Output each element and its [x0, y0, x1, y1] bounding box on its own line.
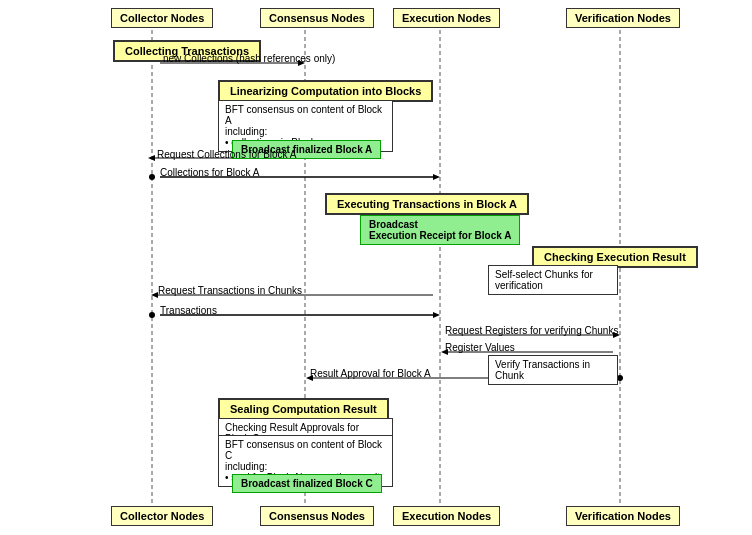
result-approval-label: Result Approval for Block A — [310, 368, 431, 379]
linearizing-phase: Linearizing Computation into Blocks — [218, 80, 433, 102]
bft-consensus-text1: BFT consensus on content of Block A — [225, 104, 386, 126]
execution-nodes-top: Execution Nodes — [393, 8, 500, 28]
verification-nodes-bottom: Verification Nodes — [566, 506, 680, 526]
svg-marker-9 — [433, 174, 440, 180]
svg-marker-14 — [433, 312, 440, 318]
request-collections-label: Request Collections for Block A — [157, 149, 297, 160]
svg-point-10 — [149, 174, 155, 180]
request-transactions-label: Request Transactions in Chunks — [158, 285, 302, 296]
sealing-phase: Sealing Computation Result — [218, 398, 389, 420]
executing-phase: Executing Transactions in Block A — [325, 193, 529, 215]
svg-marker-12 — [151, 292, 158, 298]
broadcast-line1: Broadcast — [369, 219, 511, 230]
request-registers-label: Request Registers for verifying Chunks — [445, 325, 618, 336]
execution-nodes-bottom: Execution Nodes — [393, 506, 500, 526]
diagram-container: Collector Nodes Consensus Nodes Executio… — [0, 0, 752, 535]
verification-nodes-top: Verification Nodes — [566, 8, 680, 28]
consensus-nodes-bottom: Consensus Nodes — [260, 506, 374, 526]
svg-point-15 — [149, 312, 155, 318]
svg-marker-7 — [148, 155, 155, 161]
transactions-label: Transactions — [160, 305, 217, 316]
register-values-label: Register Values — [445, 342, 515, 353]
new-collections-label: new Collections (hash references only) — [163, 53, 335, 64]
broadcast-finalized-c: Broadcast finalized Block C — [232, 474, 382, 493]
self-select-chunks: Self-select Chunks for verification — [488, 265, 618, 295]
bft-consensus-text2: including: — [225, 126, 386, 137]
collector-nodes-bottom: Collector Nodes — [111, 506, 213, 526]
collections-block-a-label: Collections for Block A — [160, 167, 260, 178]
broadcast-line2: Execution Receipt for Block A — [369, 230, 511, 241]
broadcast-execution-receipt: Broadcast Execution Receipt for Block A — [360, 215, 520, 245]
verify-transactions-box: Verify Transactions in Chunk — [488, 355, 618, 385]
consensus-nodes-top: Consensus Nodes — [260, 8, 374, 28]
collector-nodes-top: Collector Nodes — [111, 8, 213, 28]
